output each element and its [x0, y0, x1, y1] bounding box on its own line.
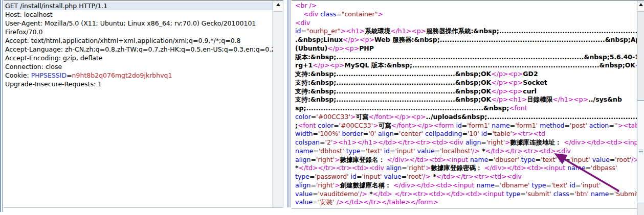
scrollbar-thumb[interactable]: [637, 100, 644, 203]
panel-left-border-outer: [0, 0, 1, 212]
response-editor[interactable]: <br /> <div class="container"><divid="ou…: [292, 0, 637, 209]
http-request-line: Upgrade-Insecure-Requests: 1: [4, 80, 273, 88]
panel-divider-outer: [287, 0, 288, 207]
http-request-line: Host: localhost: [4, 10, 273, 19]
triangle-up-icon: [276, 3, 280, 6]
html-response-line: value='安裝' /></td></tr></table></form>: [292, 198, 637, 207]
html-response-line: <div: [292, 19, 637, 28]
html-response-line: 支持:&nbsp;...............................…: [292, 95, 637, 104]
screenshot-root: GET /install/install.php HTTP/1.1Host: l…: [0, 0, 644, 215]
html-response-line: sp;.....................................…: [292, 104, 637, 113]
html-response-line: color='#00CC33'>可寫</font></p><p>../uploa…: [292, 113, 637, 122]
html-response-line: value='vauditdemo'/> *</td> </tr><tr><td…: [292, 190, 637, 199]
html-response-line: id="ourhp_er"><h1>系統環境</h1><p>服務器操作系統:&n…: [292, 27, 637, 36]
scroll-up-button[interactable]: [273, 3, 283, 12]
html-response-line: 支持:&nbsp;...............................…: [292, 87, 637, 96]
html-response-line: (Ubuntu)</p><p>PHP: [292, 44, 637, 53]
http-request-line: Accept-Encoding: gzip, deflate: [4, 54, 273, 62]
http-request-line: Cookie: PHPSESSID=n9ht8b2q076mgt2do9jkrb…: [4, 71, 273, 80]
panel-left-border-inner: [2, 0, 3, 212]
html-response-line: type='password' id='input' value='root'/…: [292, 173, 637, 181]
http-request-line: Connection: close: [4, 62, 273, 71]
html-response-line: align='right'>數據庫登錄名： </div></td><td><in…: [292, 156, 637, 164]
html-response-line: width='100%' border='0' align='center' c…: [292, 130, 637, 138]
html-response-line: <br />: [292, 2, 637, 10]
triangle-up-icon: [639, 3, 643, 6]
scrollbar-grip-icon: [639, 150, 643, 154]
html-response-line: 支持:&nbsp;...............................…: [292, 79, 637, 87]
html-response-line: align='right'>創建數據庫名稱： </div></td><td><i…: [292, 181, 637, 190]
http-request-line: GET /install/install.php HTTP/1.1: [4, 2, 273, 10]
html-response-line: .&nbsp;Linux</p><p>Web 服務器:&nbsp;.......…: [292, 36, 637, 44]
scrollbar-track[interactable]: [637, 12, 644, 215]
scrollbar-track[interactable]: [273, 12, 283, 210]
http-request-line: Accept: text/html,application/xhtml+xml,…: [4, 36, 273, 45]
http-request-line: Accept-Language: zh-CN,zh;q=0.8,zh-TW;q=…: [4, 45, 273, 54]
html-response-line: colspan='2'><h1></h1></td></tr><tr><td><…: [292, 138, 637, 147]
html-response-line: <div class="container">: [292, 10, 637, 19]
request-editor[interactable]: GET /install/install.php HTTP/1.1Host: l…: [4, 0, 273, 208]
scroll-up-button[interactable]: [637, 3, 644, 12]
html-response-line: *</td></tr><tr><td><div align='right'>數據…: [292, 164, 637, 173]
html-response-line: rg+1</p><p>MySQL 版本:&nbsp;..............…: [292, 61, 637, 70]
http-request-line: Firefox/70.0: [4, 28, 273, 36]
http-request-line: User-Agent: Mozilla/5.0 (X11; Ubuntu; Li…: [4, 19, 273, 28]
request-scrollbar[interactable]: [273, 0, 283, 208]
panel-divider-inner: [290, 0, 291, 207]
html-response-line: 版本:&nbsp;...............................…: [292, 53, 637, 62]
response-scrollbar[interactable]: [637, 0, 644, 215]
request-code: GET /install/install.php HTTP/1.1Host: l…: [4, 1, 273, 88]
html-response-line: 支持:&nbsp;...............................…: [292, 70, 637, 79]
html-response-line: ;<font color='#00CC33'>可寫</font></p><for…: [292, 122, 637, 130]
html-response-line: name='dbhost' type='text' id='input' val…: [292, 147, 637, 156]
response-code: <br /> <div class="container"><divid="ou…: [292, 1, 637, 207]
